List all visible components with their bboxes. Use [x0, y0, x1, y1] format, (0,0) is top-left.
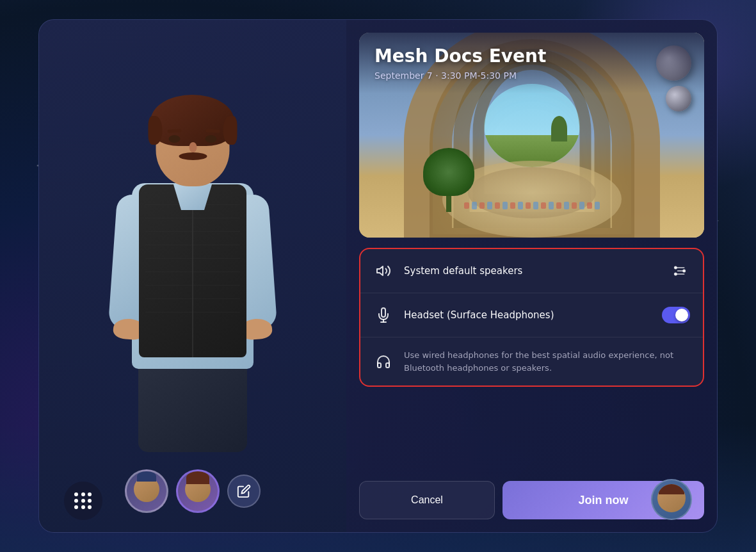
cancel-button[interactable]: Cancel	[359, 481, 495, 519]
event-preview: Mesh Docs Event September 7 · 3:30 PM-5:…	[359, 33, 704, 238]
avatar-thumbnail-1[interactable]	[125, 469, 168, 513]
event-card: Mesh Docs Event September 7 · 3:30 PM-5:…	[359, 33, 704, 238]
svg-point-4	[675, 266, 677, 268]
speaker-row: System default speakers	[360, 249, 703, 293]
tip-text: Use wired headphones for the best spatia…	[404, 349, 690, 374]
headset-row: Headset (Surface Headphones)	[360, 293, 703, 337]
toggle-knob	[675, 309, 688, 321]
event-title: Mesh Docs Event	[374, 45, 689, 67]
svg-point-5	[683, 270, 685, 272]
headset-label: Headset (Surface Headphones)	[404, 309, 652, 321]
dot	[74, 499, 78, 503]
right-panel: Mesh Docs Event September 7 · 3:30 PM-5:…	[346, 20, 717, 532]
user-avatar-button[interactable]	[651, 479, 692, 520]
avatar-figure	[84, 87, 302, 459]
tunnel-plant	[423, 148, 474, 212]
speaker-label: System default speakers	[404, 265, 659, 277]
dot	[74, 492, 78, 496]
speaker-icon	[373, 261, 394, 281]
headset-toggle[interactable]	[662, 307, 690, 323]
audio-settings-button[interactable]	[670, 261, 690, 281]
edit-avatar-button[interactable]	[227, 475, 261, 508]
dot	[81, 492, 85, 496]
dots-grid	[74, 492, 92, 509]
avatar-panel	[39, 20, 346, 532]
tip-row: Use wired headphones for the best spatia…	[360, 337, 703, 386]
dot	[88, 499, 92, 503]
dot	[88, 492, 92, 496]
dot	[81, 505, 85, 509]
user-avatar-image	[657, 484, 686, 512]
microphone-icon	[373, 305, 394, 325]
svg-point-6	[675, 273, 677, 275]
avatar-row	[125, 469, 261, 513]
svg-marker-0	[377, 266, 383, 275]
dot	[74, 505, 78, 509]
main-card: Mesh Docs Event September 7 · 3:30 PM-5:…	[38, 19, 718, 533]
apps-button[interactable]	[64, 482, 102, 520]
audio-settings-card: System default speakers	[359, 248, 704, 387]
dot	[81, 499, 85, 503]
headphones-icon	[373, 352, 394, 372]
dot	[88, 505, 92, 509]
avatar-thumbnail-2[interactable]	[176, 469, 220, 513]
event-info-overlay: Mesh Docs Event September 7 · 3:30 PM-5:…	[359, 33, 704, 93]
event-date: September 7 · 3:30 PM-5:30 PM	[374, 70, 689, 81]
